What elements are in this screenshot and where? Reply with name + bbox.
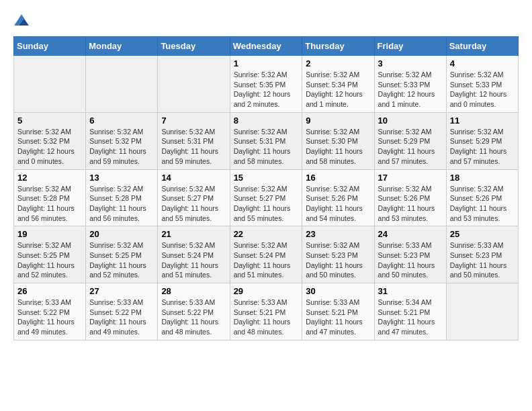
day-info: Sunrise: 5:33 AM Sunset: 5:23 PM Dayligh…	[450, 240, 515, 280]
day-number: 12	[17, 173, 82, 183]
day-info: Sunrise: 5:32 AM Sunset: 5:30 PM Dayligh…	[306, 127, 370, 167]
day-number: 21	[161, 229, 226, 239]
day-info: Sunrise: 5:32 AM Sunset: 5:32 PM Dayligh…	[89, 127, 154, 167]
col-saturday: Saturday	[446, 37, 518, 56]
day-info: Sunrise: 5:32 AM Sunset: 5:25 PM Dayligh…	[17, 240, 82, 280]
col-tuesday: Tuesday	[158, 37, 230, 56]
table-cell: 1Sunrise: 5:32 AM Sunset: 5:35 PM Daylig…	[230, 56, 302, 113]
table-cell: 27Sunrise: 5:33 AM Sunset: 5:22 PM Dayli…	[86, 283, 158, 340]
col-monday: Monday	[86, 37, 158, 56]
calendar-week-row: 1Sunrise: 5:32 AM Sunset: 5:35 PM Daylig…	[14, 56, 519, 113]
table-cell: 19Sunrise: 5:32 AM Sunset: 5:25 PM Dayli…	[14, 226, 86, 283]
day-info: Sunrise: 5:32 AM Sunset: 5:25 PM Dayligh…	[89, 240, 154, 280]
day-info: Sunrise: 5:32 AM Sunset: 5:31 PM Dayligh…	[161, 127, 226, 167]
table-cell: 31Sunrise: 5:34 AM Sunset: 5:21 PM Dayli…	[374, 283, 446, 340]
table-cell: 5Sunrise: 5:32 AM Sunset: 5:32 PM Daylig…	[14, 112, 86, 169]
table-cell: 2Sunrise: 5:32 AM Sunset: 5:34 PM Daylig…	[302, 56, 374, 113]
logo-icon	[13, 13, 30, 30]
table-cell: 14Sunrise: 5:32 AM Sunset: 5:27 PM Dayli…	[158, 169, 230, 226]
table-cell: 13Sunrise: 5:32 AM Sunset: 5:28 PM Dayli…	[86, 169, 158, 226]
table-cell: 24Sunrise: 5:33 AM Sunset: 5:23 PM Dayli…	[374, 226, 446, 283]
table-cell: 25Sunrise: 5:33 AM Sunset: 5:23 PM Dayli…	[446, 226, 518, 283]
day-info: Sunrise: 5:33 AM Sunset: 5:22 PM Dayligh…	[17, 298, 82, 337]
day-number: 25	[450, 229, 515, 239]
day-number: 18	[450, 173, 515, 183]
day-number: 9	[306, 116, 370, 126]
col-friday: Friday	[374, 37, 446, 56]
day-number: 17	[378, 173, 443, 183]
table-cell: 21Sunrise: 5:32 AM Sunset: 5:24 PM Dayli…	[158, 226, 230, 283]
day-info: Sunrise: 5:33 AM Sunset: 5:22 PM Dayligh…	[161, 298, 226, 337]
table-cell: 10Sunrise: 5:32 AM Sunset: 5:29 PM Dayli…	[374, 112, 446, 169]
day-info: Sunrise: 5:32 AM Sunset: 5:33 PM Dayligh…	[378, 70, 443, 109]
day-number: 20	[89, 229, 154, 239]
table-cell: 6Sunrise: 5:32 AM Sunset: 5:32 PM Daylig…	[86, 112, 158, 169]
calendar: Sunday Monday Tuesday Wednesday Thursday…	[13, 36, 519, 340]
col-sunday: Sunday	[14, 37, 86, 56]
day-info: Sunrise: 5:32 AM Sunset: 5:27 PM Dayligh…	[234, 184, 299, 224]
day-number: 6	[89, 116, 154, 126]
table-cell: 26Sunrise: 5:33 AM Sunset: 5:22 PM Dayli…	[14, 283, 86, 340]
day-number: 23	[306, 229, 370, 239]
table-cell: 4Sunrise: 5:32 AM Sunset: 5:33 PM Daylig…	[446, 56, 518, 113]
day-number: 3	[378, 58, 443, 68]
calendar-week-row: 5Sunrise: 5:32 AM Sunset: 5:32 PM Daylig…	[14, 112, 519, 169]
day-number: 10	[378, 116, 443, 126]
logo	[13, 13, 32, 30]
day-info: Sunrise: 5:32 AM Sunset: 5:24 PM Dayligh…	[161, 240, 226, 280]
table-cell: 20Sunrise: 5:32 AM Sunset: 5:25 PM Dayli…	[86, 226, 158, 283]
day-info: Sunrise: 5:34 AM Sunset: 5:21 PM Dayligh…	[378, 298, 443, 337]
table-cell: 29Sunrise: 5:33 AM Sunset: 5:21 PM Dayli…	[230, 283, 302, 340]
table-cell: 15Sunrise: 5:32 AM Sunset: 5:27 PM Dayli…	[230, 169, 302, 226]
day-number: 11	[450, 116, 515, 126]
col-thursday: Thursday	[302, 37, 374, 56]
day-info: Sunrise: 5:32 AM Sunset: 5:28 PM Dayligh…	[17, 184, 82, 224]
day-number: 5	[17, 116, 82, 126]
table-cell	[86, 56, 158, 113]
day-number: 14	[161, 173, 226, 183]
day-number: 15	[234, 173, 299, 183]
table-cell: 17Sunrise: 5:32 AM Sunset: 5:26 PM Dayli…	[374, 169, 446, 226]
table-cell	[446, 283, 518, 340]
day-number: 27	[89, 286, 154, 296]
table-cell: 11Sunrise: 5:32 AM Sunset: 5:29 PM Dayli…	[446, 112, 518, 169]
day-info: Sunrise: 5:32 AM Sunset: 5:34 PM Dayligh…	[306, 70, 370, 109]
day-info: Sunrise: 5:32 AM Sunset: 5:23 PM Dayligh…	[306, 240, 370, 280]
day-number: 2	[306, 58, 370, 68]
day-number: 19	[17, 229, 82, 239]
day-number: 13	[89, 173, 154, 183]
day-number: 30	[306, 286, 370, 296]
table-cell: 8Sunrise: 5:32 AM Sunset: 5:31 PM Daylig…	[230, 112, 302, 169]
day-number: 29	[234, 286, 299, 296]
calendar-week-row: 12Sunrise: 5:32 AM Sunset: 5:28 PM Dayli…	[14, 169, 519, 226]
day-number: 26	[17, 286, 82, 296]
day-info: Sunrise: 5:33 AM Sunset: 5:23 PM Dayligh…	[378, 240, 443, 280]
table-cell: 28Sunrise: 5:33 AM Sunset: 5:22 PM Dayli…	[158, 283, 230, 340]
table-cell: 12Sunrise: 5:32 AM Sunset: 5:28 PM Dayli…	[14, 169, 86, 226]
day-number: 28	[161, 286, 226, 296]
table-cell: 30Sunrise: 5:33 AM Sunset: 5:21 PM Dayli…	[302, 283, 374, 340]
calendar-week-row: 19Sunrise: 5:32 AM Sunset: 5:25 PM Dayli…	[14, 226, 519, 283]
day-number: 22	[234, 229, 299, 239]
day-number: 24	[378, 229, 443, 239]
day-info: Sunrise: 5:32 AM Sunset: 5:29 PM Dayligh…	[378, 127, 443, 167]
day-number: 8	[234, 116, 299, 126]
day-number: 16	[306, 173, 370, 183]
day-number: 4	[450, 58, 515, 68]
day-info: Sunrise: 5:32 AM Sunset: 5:31 PM Dayligh…	[234, 127, 299, 167]
col-wednesday: Wednesday	[230, 37, 302, 56]
day-info: Sunrise: 5:33 AM Sunset: 5:21 PM Dayligh…	[306, 298, 370, 337]
day-number: 1	[234, 58, 299, 68]
table-cell: 3Sunrise: 5:32 AM Sunset: 5:33 PM Daylig…	[374, 56, 446, 113]
day-info: Sunrise: 5:32 AM Sunset: 5:29 PM Dayligh…	[450, 127, 515, 167]
table-cell: 7Sunrise: 5:32 AM Sunset: 5:31 PM Daylig…	[158, 112, 230, 169]
header	[13, 13, 519, 30]
day-info: Sunrise: 5:32 AM Sunset: 5:24 PM Dayligh…	[234, 240, 299, 280]
day-info: Sunrise: 5:32 AM Sunset: 5:35 PM Dayligh…	[234, 70, 299, 109]
table-cell: 23Sunrise: 5:32 AM Sunset: 5:23 PM Dayli…	[302, 226, 374, 283]
day-info: Sunrise: 5:32 AM Sunset: 5:33 PM Dayligh…	[450, 70, 515, 109]
day-number: 7	[161, 116, 226, 126]
day-info: Sunrise: 5:32 AM Sunset: 5:32 PM Dayligh…	[17, 127, 82, 167]
day-info: Sunrise: 5:32 AM Sunset: 5:26 PM Dayligh…	[378, 184, 443, 224]
day-number: 31	[378, 286, 443, 296]
